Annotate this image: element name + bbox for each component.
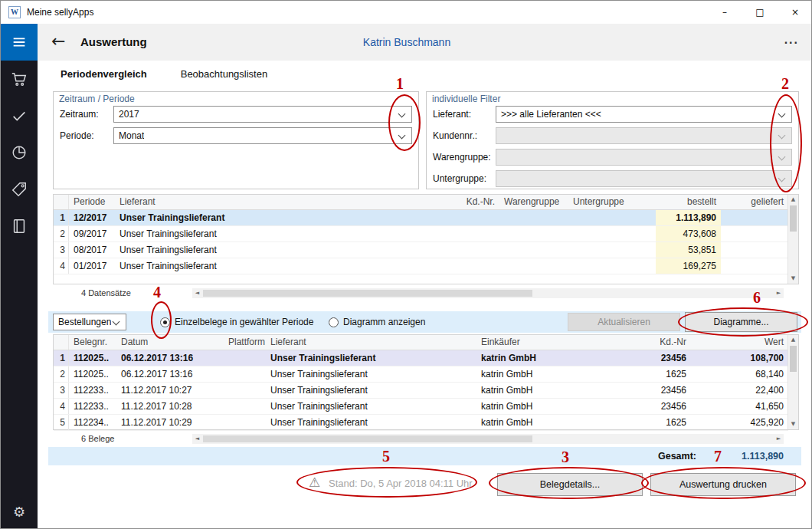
col-lieferant[interactable]: Lieferant <box>115 195 431 209</box>
chevron-down-icon <box>778 153 786 161</box>
scroll-thumb[interactable] <box>790 205 797 232</box>
filter-box-title: individuelle Filter <box>432 94 500 104</box>
periode-select[interactable]: Monat <box>113 127 412 144</box>
chevron-down-icon <box>398 110 406 118</box>
gesamt-value: 1.113,890 <box>742 447 784 465</box>
col-warengruppe[interactable]: Warengruppe <box>499 195 568 209</box>
kundennr-label: Kundennr.: <box>433 130 496 141</box>
hamburger-icon <box>11 34 28 51</box>
col-kdnr[interactable]: Kd.-Nr. <box>431 195 499 209</box>
period-table-header: Periode Lieferant Kd.-Nr. Warengruppe Un… <box>54 195 788 210</box>
sidebar-item-auswertung[interactable] <box>1 134 38 171</box>
horizontal-scrollbar[interactable]: ◄ ► <box>192 434 784 444</box>
scroll-right-icon[interactable]: ► <box>774 434 784 444</box>
tab-periodenvergleich[interactable]: Periodenvergleich <box>61 68 147 80</box>
horizontal-scrollbar[interactable]: ◄ ► <box>192 288 784 298</box>
col-plattform[interactable]: Plattform <box>224 335 266 350</box>
col-datum[interactable]: Datum <box>116 335 224 350</box>
col-periode[interactable]: Periode <box>69 195 115 209</box>
col-belegnr[interactable]: Belegnr. <box>69 335 116 350</box>
more-menu-button[interactable]: ... <box>784 24 799 56</box>
table-row[interactable]: 1 12/2017 Unser Trainingslieferant 1.113… <box>54 210 788 226</box>
scroll-up-icon[interactable]: ▲ <box>788 335 798 345</box>
table-row[interactable]: 1 112025.. 06.12.2017 13:16 Unser Traini… <box>54 350 788 366</box>
period-table-footer: 4 Datensätze ◄ ► <box>53 288 799 300</box>
table-row[interactable]: 4 01/2017 Unser Trainingslieferant 169,2… <box>54 258 788 274</box>
period-table: Periode Lieferant Kd.-Nr. Warengruppe Un… <box>53 194 799 284</box>
record-count: 4 Datensätze <box>81 288 131 297</box>
col-einkaeufer[interactable]: Einkäufer <box>476 335 649 350</box>
tab-beobachtungslisten[interactable]: Beobachtungslisten <box>181 68 267 80</box>
table-row[interactable]: 5 112234.. 11.12.2017 10:29 Unser Traini… <box>54 415 788 431</box>
chevron-down-icon <box>113 318 120 326</box>
close-button[interactable]: × <box>778 1 812 24</box>
vertical-scrollbar[interactable]: ▲ ▼ <box>787 195 798 284</box>
periode-label: Periode: <box>60 130 113 141</box>
minimize-button[interactable]: – <box>707 1 742 24</box>
col-untergruppe[interactable]: Untergruppe <box>568 195 656 209</box>
scroll-left-icon[interactable]: ◄ <box>192 434 202 444</box>
tab-bar: PeriodenvergleichBeobachtungslisten <box>61 68 301 80</box>
chevron-down-icon <box>778 110 786 118</box>
col-lieferant[interactable]: Lieferant <box>266 335 476 350</box>
record-count: 6 Belege <box>81 434 114 443</box>
sidebar-item-cart[interactable] <box>1 61 38 97</box>
scroll-thumb[interactable] <box>203 435 532 442</box>
warning-icon: ⚠ <box>309 475 320 490</box>
belegart-select[interactable]: Bestellungen <box>53 314 126 330</box>
period-group-box: Zeitraum / Periode Zeitraum: 2017 Period… <box>53 91 419 189</box>
document-controls-band: Bestellungen Einzelbelege in gewählter P… <box>48 311 801 333</box>
chevron-down-icon <box>778 175 786 182</box>
kundennr-select <box>496 127 792 144</box>
radio-diagramm[interactable]: Diagramm anzeigen <box>329 317 425 327</box>
scroll-left-icon[interactable]: ◄ <box>192 288 202 298</box>
belegdetails-button[interactable]: Belegdetails... <box>497 473 643 496</box>
settings-gear-icon[interactable]: ⚙ <box>1 493 38 529</box>
diagramme-button[interactable]: Diagramme... <box>685 312 797 332</box>
table-row[interactable]: 2 112025.. 06.12.2017 13:16 Unser Traini… <box>54 366 788 383</box>
shopping-cart-icon <box>11 71 28 87</box>
scroll-thumb[interactable] <box>790 346 797 372</box>
summary-band: Gesamt: 1.113,890 <box>48 447 801 465</box>
main-content: PeriodenvergleichBeobachtungslisten Zeit… <box>38 61 812 529</box>
maximize-button[interactable]: □ <box>742 1 778 24</box>
untergruppe-label: Untergruppe: <box>433 173 496 184</box>
app-header: ← Auswertung Katrin Buschmann ... <box>38 24 812 61</box>
sidebar-item-preise[interactable] <box>1 171 38 208</box>
user-name: Katrin Buschmann <box>38 24 776 61</box>
filter-group-box: individuelle Filter Lieferant: >>> alle … <box>426 91 799 189</box>
aktualisieren-button: Aktualisieren <box>568 313 680 331</box>
table-row[interactable]: 2 09/2017 Unser Trainingslieferant 473,6… <box>54 226 788 242</box>
table-row[interactable]: 3 08/2017 Unser Trainingslieferant 53,85… <box>54 242 788 258</box>
col-geliefert[interactable]: geliefert <box>721 195 788 209</box>
vertical-scrollbar[interactable]: ▲ ▼ <box>787 335 798 429</box>
hamburger-menu-button[interactable] <box>1 24 38 61</box>
radio-unselected-icon <box>329 317 339 327</box>
sidebar-item-katalog[interactable] <box>1 208 38 245</box>
scroll-thumb[interactable] <box>203 290 532 297</box>
col-wert[interactable]: Wert <box>691 335 788 350</box>
zeitraum-select[interactable]: 2017 <box>113 106 412 123</box>
app-window: W Meine sellyApps – □ × ← Auswertung Kat… <box>0 0 812 529</box>
zeitraum-label: Zeitraum: <box>60 109 113 120</box>
scroll-down-icon[interactable]: ▼ <box>788 419 798 429</box>
lieferant-select[interactable]: >>> alle Lieferanten <<< <box>496 106 792 123</box>
radio-label: Einzelbelege in gewählter Periode <box>175 317 313 327</box>
documents-table: Belegnr. Datum Plattform Lieferant Einkä… <box>53 334 799 430</box>
periode-value: Monat <box>114 130 144 141</box>
scroll-right-icon[interactable]: ► <box>774 288 784 298</box>
scroll-up-icon[interactable]: ▲ <box>788 195 798 205</box>
lieferant-label: Lieferant: <box>433 109 496 120</box>
zeitraum-value: 2017 <box>114 109 139 120</box>
col-bestellt[interactable]: bestellt <box>656 195 721 209</box>
documents-table-footer: 6 Belege ◄ ► <box>53 433 799 445</box>
scroll-down-icon[interactable]: ▼ <box>788 274 798 284</box>
auswertung-drucken-button[interactable]: Auswertung drucken <box>650 473 796 496</box>
table-row[interactable]: 4 112233.. 11.12.2017 10:28 Unser Traini… <box>54 399 788 415</box>
table-row[interactable]: 3 112233.. 11.12.2017 10:27 Unser Traini… <box>54 383 788 399</box>
sidebar-item-tasks[interactable] <box>1 97 38 134</box>
warengruppe-label: Warengruppe: <box>433 152 496 163</box>
col-kdnr[interactable]: Kd.-Nr <box>649 335 691 350</box>
radio-einzelbelege[interactable]: Einzelbelege in gewählter Periode <box>160 317 313 327</box>
chevron-down-icon <box>778 132 786 140</box>
